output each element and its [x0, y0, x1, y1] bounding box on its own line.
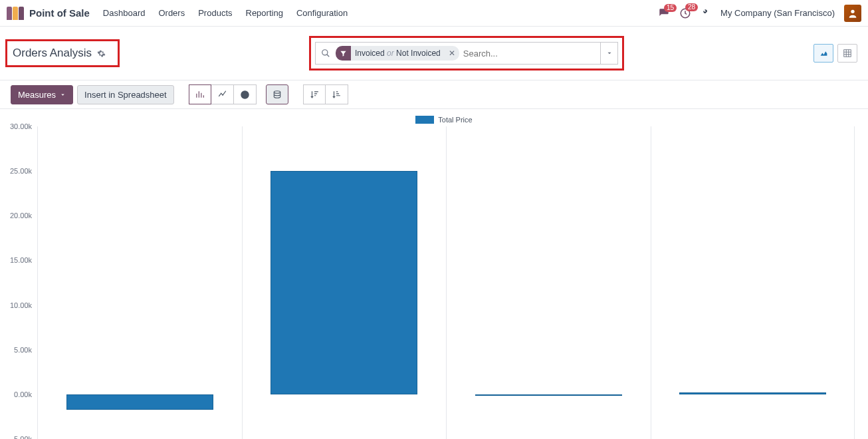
sort-group: [303, 84, 348, 104]
chart-column: All / Saleable / Office Furnit...: [242, 126, 447, 439]
stacked-icon[interactable]: [266, 84, 288, 104]
svg-point-2: [322, 50, 328, 55]
svg-point-4: [274, 91, 280, 94]
funnel-icon: [336, 46, 351, 61]
search-input[interactable]: [463, 49, 600, 59]
chip-remove[interactable]: ✕: [445, 49, 459, 58]
app-name[interactable]: Point of Sale: [29, 7, 90, 19]
messages-icon[interactable]: 15: [658, 8, 670, 19]
svg-rect-3: [844, 50, 851, 57]
y-tick-label: 30.00k: [10, 122, 32, 130]
chart-legend[interactable]: Total Price: [33, 116, 855, 124]
y-tick-label: 0.00k: [14, 390, 32, 398]
sort-asc-icon[interactable]: [326, 84, 348, 104]
top-right: 15 28 My Company (San Francisco): [658, 5, 861, 22]
header-row: Orders Analysis Invoiced or Not Invoiced: [0, 27, 868, 80]
nav-products[interactable]: Products: [198, 8, 232, 18]
tools-icon[interactable]: [701, 8, 711, 19]
y-tick-label: 25.00k: [10, 167, 32, 175]
y-tick-label: 5.00k: [14, 346, 32, 354]
chart-area: Total Price -5.00k0.00k5.00k10.00k15.00k…: [0, 109, 868, 439]
chart-column: All: [37, 126, 242, 439]
y-tick-label: 15.00k: [10, 256, 32, 264]
search-highlight: Invoiced or Not Invoiced ✕: [309, 36, 624, 71]
chart-bar[interactable]: [475, 394, 622, 396]
search-bar: Invoiced or Not Invoiced ✕: [315, 42, 618, 65]
activities-badge: 28: [685, 3, 698, 11]
search-icon: [316, 49, 336, 58]
svg-point-1: [851, 9, 854, 13]
toolbar: Measures Insert in Spreadsheet: [0, 80, 868, 109]
legend-swatch: [415, 116, 434, 124]
nav-configuration[interactable]: Configuration: [296, 8, 348, 18]
legend-label: Total Price: [438, 116, 472, 124]
y-tick-label: 10.00k: [10, 301, 32, 309]
company-selector[interactable]: My Company (San Francisco): [720, 8, 835, 18]
y-tick-label: -5.00k: [11, 435, 32, 439]
measures-button[interactable]: Measures: [11, 85, 73, 104]
line-chart-icon[interactable]: [211, 84, 234, 104]
activities-icon[interactable]: 28: [679, 7, 691, 19]
chart-plot: -5.00k0.00k5.00k10.00k15.00k20.00k25.00k…: [37, 126, 855, 439]
chart-type-group: [189, 84, 257, 104]
view-graph[interactable]: [814, 44, 833, 63]
filter-chip: Invoiced or Not Invoiced ✕: [336, 46, 459, 61]
title-highlight: Orders Analysis: [5, 39, 120, 67]
search-dropdown[interactable]: [600, 43, 617, 64]
messages-badge: 15: [664, 4, 677, 12]
chart-column: All / Saleable / PoS: [446, 126, 651, 439]
nav-orders[interactable]: Orders: [158, 8, 185, 18]
sort-desc-icon[interactable]: [303, 84, 326, 104]
view-switcher: [814, 44, 857, 63]
insert-spreadsheet-button[interactable]: Insert in Spreadsheet: [77, 85, 174, 104]
chart-bar[interactable]: [679, 392, 826, 394]
gear-icon[interactable]: [97, 49, 106, 58]
nav-links: Dashboard Orders Products Reporting Conf…: [103, 8, 348, 18]
avatar[interactable]: [844, 5, 861, 22]
chip-text[interactable]: Invoiced or Not Invoiced: [351, 49, 445, 58]
bar-chart-icon[interactable]: [189, 84, 211, 104]
app-logo: [7, 7, 24, 20]
nav-reporting[interactable]: Reporting: [246, 8, 283, 18]
top-nav: Point of Sale Dashboard Orders Products …: [0, 0, 868, 27]
chart-column: All / Saleable / PoS / ...: [651, 126, 855, 439]
chart-bar[interactable]: [271, 171, 417, 394]
chart-bar[interactable]: [66, 394, 213, 410]
view-pivot[interactable]: [837, 44, 857, 63]
y-tick-label: 20.00k: [10, 212, 32, 220]
nav-dashboard[interactable]: Dashboard: [103, 8, 146, 18]
page-title: Orders Analysis: [13, 47, 92, 60]
pie-chart-icon[interactable]: [234, 84, 257, 104]
